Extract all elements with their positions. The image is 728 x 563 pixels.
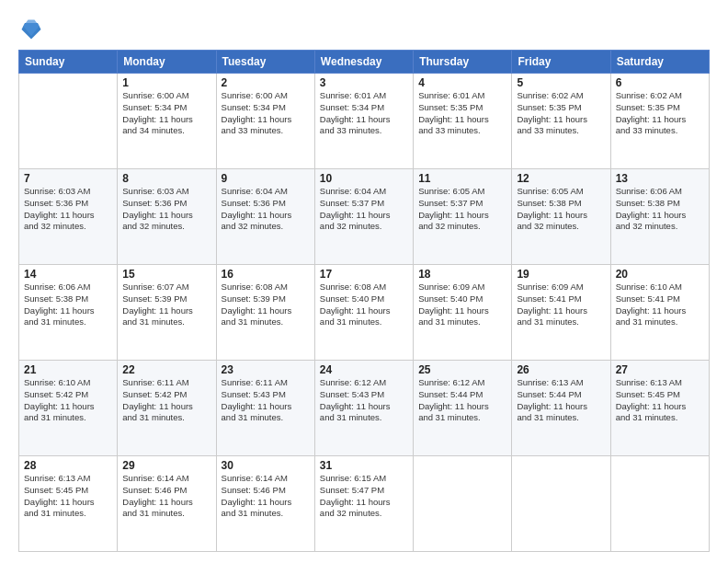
day-number: 2 [222,76,310,89]
col-header-tuesday: Tuesday [216,51,314,74]
calendar-cell [19,74,118,169]
day-info: Sunrise: 6:04 AM Sunset: 5:36 PM Dayligh… [222,186,310,233]
day-info: Sunrise: 6:02 AM Sunset: 5:35 PM Dayligh… [616,90,704,137]
week-row-0: 1Sunrise: 6:00 AM Sunset: 5:34 PM Daylig… [19,74,710,169]
logo-icon [18,17,44,42]
day-number: 18 [418,268,506,281]
day-number: 27 [616,363,704,376]
day-info: Sunrise: 6:06 AM Sunset: 5:38 PM Dayligh… [24,282,112,328]
day-number: 16 [222,268,310,281]
day-info: Sunrise: 6:13 AM Sunset: 5:44 PM Dayligh… [517,377,605,424]
calendar-cell: 16Sunrise: 6:08 AM Sunset: 5:39 PM Dayli… [216,265,314,361]
day-info: Sunrise: 6:00 AM Sunset: 5:34 PM Dayligh… [222,90,310,137]
day-info: Sunrise: 6:15 AM Sunset: 5:47 PM Dayligh… [320,473,408,520]
day-info: Sunrise: 6:05 AM Sunset: 5:37 PM Dayligh… [418,186,506,233]
day-info: Sunrise: 6:14 AM Sunset: 5:46 PM Dayligh… [222,473,310,520]
calendar-cell: 13Sunrise: 6:06 AM Sunset: 5:38 PM Dayli… [610,169,709,265]
day-number: 1 [122,76,210,89]
day-info: Sunrise: 6:08 AM Sunset: 5:40 PM Dayligh… [320,282,408,328]
calendar-cell: 19Sunrise: 6:09 AM Sunset: 5:41 PM Dayli… [512,265,610,361]
calendar-cell [610,456,709,552]
calendar-cell: 28Sunrise: 6:13 AM Sunset: 5:45 PM Dayli… [19,456,118,552]
day-number: 5 [517,76,605,89]
calendar-cell: 8Sunrise: 6:03 AM Sunset: 5:36 PM Daylig… [118,169,216,265]
calendar-cell: 18Sunrise: 6:09 AM Sunset: 5:40 PM Dayli… [414,265,512,361]
day-number: 26 [517,363,605,376]
week-row-3: 21Sunrise: 6:10 AM Sunset: 5:42 PM Dayli… [19,361,710,456]
day-info: Sunrise: 6:07 AM Sunset: 5:39 PM Dayligh… [122,282,210,328]
day-number: 10 [320,172,408,185]
calendar-cell: 12Sunrise: 6:05 AM Sunset: 5:38 PM Dayli… [512,169,610,265]
calendar-cell [512,456,610,552]
day-number: 30 [222,459,310,472]
day-number: 9 [222,172,310,185]
calendar-table: SundayMondayTuesdayWednesdayThursdayFrid… [18,50,710,552]
day-number: 31 [320,459,408,472]
calendar-cell: 5Sunrise: 6:02 AM Sunset: 5:35 PM Daylig… [512,74,610,169]
col-header-friday: Friday [512,51,610,74]
calendar-cell: 27Sunrise: 6:13 AM Sunset: 5:45 PM Dayli… [610,361,709,456]
day-number: 17 [320,268,408,281]
calendar-cell: 6Sunrise: 6:02 AM Sunset: 5:35 PM Daylig… [610,74,709,169]
day-info: Sunrise: 6:02 AM Sunset: 5:35 PM Dayligh… [517,90,605,137]
calendar-cell: 7Sunrise: 6:03 AM Sunset: 5:36 PM Daylig… [19,169,118,265]
day-number: 15 [122,268,210,281]
day-number: 28 [24,459,112,472]
day-info: Sunrise: 6:12 AM Sunset: 5:44 PM Dayligh… [418,377,506,424]
col-header-wednesday: Wednesday [314,51,413,74]
col-header-monday: Monday [118,51,216,74]
day-number: 6 [616,76,704,89]
day-info: Sunrise: 6:08 AM Sunset: 5:39 PM Dayligh… [222,282,310,328]
day-number: 12 [517,172,605,185]
calendar-cell: 31Sunrise: 6:15 AM Sunset: 5:47 PM Dayli… [314,456,413,552]
day-info: Sunrise: 6:04 AM Sunset: 5:37 PM Dayligh… [320,186,408,233]
calendar-cell: 3Sunrise: 6:01 AM Sunset: 5:34 PM Daylig… [314,74,413,169]
day-info: Sunrise: 6:05 AM Sunset: 5:38 PM Dayligh… [517,186,605,233]
calendar-cell: 26Sunrise: 6:13 AM Sunset: 5:44 PM Dayli… [512,361,610,456]
col-header-saturday: Saturday [610,51,709,74]
day-number: 4 [418,76,506,89]
week-row-1: 7Sunrise: 6:03 AM Sunset: 5:36 PM Daylig… [19,169,710,265]
day-info: Sunrise: 6:10 AM Sunset: 5:41 PM Dayligh… [616,282,704,328]
day-number: 8 [122,172,210,185]
day-info: Sunrise: 6:13 AM Sunset: 5:45 PM Dayligh… [24,473,112,520]
calendar-cell: 30Sunrise: 6:14 AM Sunset: 5:46 PM Dayli… [216,456,314,552]
day-info: Sunrise: 6:13 AM Sunset: 5:45 PM Dayligh… [616,377,704,424]
calendar-cell: 9Sunrise: 6:04 AM Sunset: 5:36 PM Daylig… [216,169,314,265]
calendar-cell: 10Sunrise: 6:04 AM Sunset: 5:37 PM Dayli… [314,169,413,265]
day-number: 21 [24,363,112,376]
day-info: Sunrise: 6:09 AM Sunset: 5:40 PM Dayligh… [418,282,506,328]
day-number: 7 [24,172,112,185]
day-number: 22 [122,363,210,376]
calendar-cell: 11Sunrise: 6:05 AM Sunset: 5:37 PM Dayli… [414,169,512,265]
week-row-2: 14Sunrise: 6:06 AM Sunset: 5:38 PM Dayli… [19,265,710,361]
day-info: Sunrise: 6:01 AM Sunset: 5:35 PM Dayligh… [418,90,506,137]
calendar-cell [414,456,512,552]
day-number: 14 [24,268,112,281]
day-number: 19 [517,268,605,281]
day-number: 23 [222,363,310,376]
day-number: 29 [122,459,210,472]
week-row-4: 28Sunrise: 6:13 AM Sunset: 5:45 PM Dayli… [19,456,710,552]
day-info: Sunrise: 6:01 AM Sunset: 5:34 PM Dayligh… [320,90,408,137]
day-number: 13 [616,172,704,185]
day-number: 11 [418,172,506,185]
day-info: Sunrise: 6:00 AM Sunset: 5:34 PM Dayligh… [122,90,210,137]
day-number: 20 [616,268,704,281]
day-number: 24 [320,363,408,376]
day-info: Sunrise: 6:03 AM Sunset: 5:36 PM Dayligh… [24,186,112,233]
day-info: Sunrise: 6:11 AM Sunset: 5:43 PM Dayligh… [222,377,310,424]
logo [18,17,48,42]
day-number: 3 [320,76,408,89]
header [18,17,710,42]
calendar-cell: 24Sunrise: 6:12 AM Sunset: 5:43 PM Dayli… [314,361,413,456]
day-info: Sunrise: 6:06 AM Sunset: 5:38 PM Dayligh… [616,186,704,233]
page: SundayMondayTuesdayWednesdayThursdayFrid… [0,0,728,563]
calendar-cell: 1Sunrise: 6:00 AM Sunset: 5:34 PM Daylig… [118,74,216,169]
day-info: Sunrise: 6:12 AM Sunset: 5:43 PM Dayligh… [320,377,408,424]
calendar-cell: 25Sunrise: 6:12 AM Sunset: 5:44 PM Dayli… [414,361,512,456]
calendar-cell: 2Sunrise: 6:00 AM Sunset: 5:34 PM Daylig… [216,74,314,169]
calendar-cell: 23Sunrise: 6:11 AM Sunset: 5:43 PM Dayli… [216,361,314,456]
calendar-cell: 14Sunrise: 6:06 AM Sunset: 5:38 PM Dayli… [19,265,118,361]
day-info: Sunrise: 6:10 AM Sunset: 5:42 PM Dayligh… [24,377,112,424]
